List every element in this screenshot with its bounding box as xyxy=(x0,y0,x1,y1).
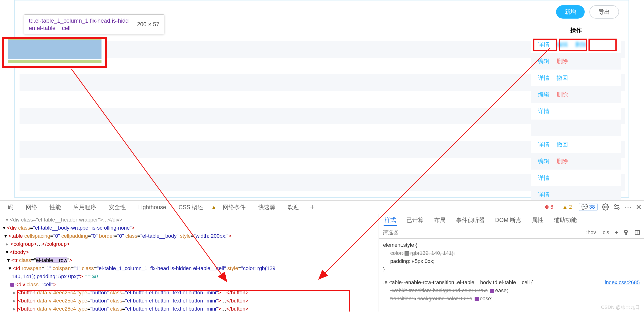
tooltip-selector: td.el-table_1_column_1.fix-head.is-hidde… xyxy=(29,17,131,32)
action-link[interactable]: 删除 xyxy=(556,58,568,65)
devtools-tab[interactable]: 网络 xyxy=(20,204,43,210)
devtools-tab[interactable]: 应用程序 xyxy=(67,204,102,210)
devtools-tab[interactable]: 安全性 xyxy=(102,204,132,210)
svg-rect-5 xyxy=(624,230,627,232)
devtools-tab[interactable]: 性能 xyxy=(43,204,67,210)
more-icon[interactable]: ⋯ xyxy=(625,203,631,211)
customize-icon[interactable] xyxy=(613,204,620,210)
computed-sidebar-icon[interactable] xyxy=(634,230,640,235)
action-link[interactable]: 撤回 xyxy=(556,74,568,82)
devtools-tab[interactable]: CSS 概述 xyxy=(172,204,210,210)
styles-subtab[interactable]: 样式 xyxy=(384,214,397,226)
operation-row: 编辑删除 xyxy=(531,153,621,170)
operation-row: 编辑删除 xyxy=(531,86,621,103)
svg-rect-7 xyxy=(635,230,640,234)
new-rule-icon[interactable]: + xyxy=(614,229,618,236)
action-link[interactable]: 详情 xyxy=(538,191,550,198)
add-tab-icon[interactable]: + xyxy=(305,203,319,212)
action-link[interactable]: 编辑 xyxy=(538,158,550,165)
action-link[interactable]: 撤回 xyxy=(556,141,568,148)
export-button[interactable]: 导出 xyxy=(590,5,619,18)
error-badge[interactable]: ⊗ 8 xyxy=(542,204,556,210)
styles-subtab[interactable]: 辅助功能 xyxy=(553,214,578,226)
action-link[interactable]: 详情 xyxy=(538,74,550,82)
highlight-box xyxy=(588,38,616,51)
styles-subtab[interactable]: DOM 断点 xyxy=(494,214,522,226)
watermark: CSDN @帅比九日 xyxy=(601,304,640,310)
source-link[interactable]: index.css:2685 xyxy=(605,278,640,286)
operation-row: 详情 xyxy=(531,170,621,186)
add-button[interactable]: 新增 xyxy=(556,5,585,18)
operation-row: 编辑删除 xyxy=(531,53,621,70)
element-tooltip: td.el-table_1_column_1.fix-head.is-hidde… xyxy=(24,14,164,34)
highlight-box xyxy=(17,290,350,312)
styles-subtab[interactable]: 事件侦听器 xyxy=(455,214,486,226)
inspected-cell-highlight xyxy=(2,37,107,68)
action-link[interactable]: 详情 xyxy=(538,174,550,182)
devtools-tab[interactable]: 快速源 xyxy=(252,204,282,210)
action-link[interactable]: 编辑 xyxy=(538,58,550,65)
devtools-tab[interactable]: 码 xyxy=(2,204,20,210)
styles-subtab[interactable]: 已计算 xyxy=(406,214,424,226)
dom-tree-pane[interactable]: ▾ <div class="el-table__header-wrapper">… xyxy=(0,214,379,312)
operation-column: 操作 详情编辑删除编辑删除详情撤回编辑删除详情详情撤回编辑删除详情详情 xyxy=(531,24,621,203)
devtools-panel: 码网络性能应用程序安全性LighthouseCSS 概述▲网络条件快速源欢迎 +… xyxy=(0,200,644,312)
action-link[interactable]: 详情 xyxy=(538,108,550,115)
close-icon[interactable]: ✕ xyxy=(636,203,642,211)
styles-subtab[interactable]: 布局 xyxy=(433,214,446,226)
hov-toggle[interactable]: :hov xyxy=(586,229,596,236)
svg-rect-6 xyxy=(626,234,626,234)
styles-filter-input[interactable] xyxy=(383,229,454,236)
devtools-tab[interactable]: 欢迎 xyxy=(282,204,305,210)
action-link[interactable]: 详情 xyxy=(538,141,550,148)
action-link[interactable]: 删除 xyxy=(556,91,568,98)
cls-toggle[interactable]: .cls xyxy=(601,229,609,236)
paint-icon[interactable] xyxy=(624,230,629,235)
svg-point-4 xyxy=(618,208,620,210)
devtools-tabs: 码网络性能应用程序安全性LighthouseCSS 概述▲网络条件快速源欢迎 +… xyxy=(0,200,644,214)
operation-row: 详情撤回 xyxy=(531,70,621,86)
styles-subtab[interactable]: 属性 xyxy=(531,214,544,226)
devtools-tab[interactable]: Lighthouse xyxy=(132,204,172,210)
warning-badge[interactable]: ▲ 2 xyxy=(560,204,574,210)
operation-header: 操作 xyxy=(531,24,621,36)
devtools-tab[interactable]: 网络条件 xyxy=(216,204,252,210)
operation-row: 详情撤回 xyxy=(531,136,621,153)
svg-point-3 xyxy=(614,204,616,206)
operation-row: 详情 xyxy=(531,103,621,120)
svg-point-2 xyxy=(604,206,606,208)
action-link[interactable]: 删除 xyxy=(556,158,568,165)
gear-icon[interactable] xyxy=(602,204,609,210)
action-link[interactable]: 编辑 xyxy=(538,91,550,98)
highlight-box xyxy=(533,38,557,51)
highlight-box xyxy=(559,38,587,51)
message-badge[interactable]: 💬 38 xyxy=(579,203,598,211)
style-rules[interactable]: element.style { color: rgb(139, 140, 141… xyxy=(379,239,644,305)
styles-subtabs: 样式已计算布局事件侦听器DOM 断点属性辅助功能 xyxy=(379,214,644,226)
tooltip-dimensions: 200 × 57 xyxy=(137,21,160,28)
operation-row xyxy=(531,120,621,136)
styles-pane: 样式已计算布局事件侦听器DOM 断点属性辅助功能 :hov .cls + ele… xyxy=(379,214,644,312)
